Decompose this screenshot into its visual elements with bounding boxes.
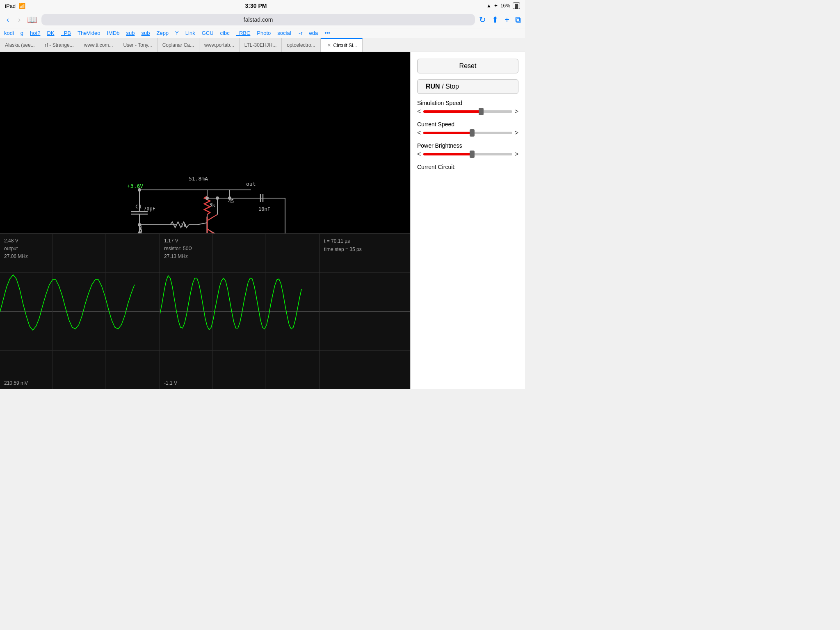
bookmark-social[interactable]: social — [277, 30, 291, 36]
circuit-area[interactable]: +3.6V 51.8mA out C1 70pF 3k — [0, 52, 410, 389]
current-speed-row: < > — [417, 129, 518, 137]
right-panel: Reset RUN / Stop Simulation Speed < > Cu… — [410, 52, 525, 389]
svg-point-48 — [205, 196, 209, 200]
sim-speed-decrease[interactable]: < — [417, 108, 421, 115]
sim-speed-label: Simulation Speed — [417, 100, 518, 106]
back-button[interactable]: ‹ — [4, 15, 11, 25]
scope-panel-3: t = 70.11 µs time step = 35 ps — [320, 234, 410, 389]
tab-portab[interactable]: www.portab... — [199, 38, 240, 52]
svg-text:out: out — [246, 181, 256, 187]
battery-icon: ▓ — [513, 2, 520, 9]
tab-close-icon[interactable]: ✕ — [327, 43, 331, 48]
url-text: falstad.com — [244, 16, 273, 23]
main-content: +3.6V 51.8mA out C1 70pF 3k — [0, 52, 525, 389]
scope-time-info: t = 70.11 µs time step = 35 ps — [324, 237, 362, 254]
current-speed-label: Current Speed — [417, 121, 518, 128]
power-brightness-fill — [423, 153, 472, 155]
svg-text:+3.6V: +3.6V — [127, 183, 143, 189]
power-brightness-label: Power Brightness — [417, 142, 518, 149]
power-brightness-section: Power Brightness < > — [417, 142, 518, 158]
tab-circuit[interactable]: ✕ Circuit Si... — [321, 38, 363, 52]
svg-text:C1: C1 — [135, 203, 142, 210]
add-tab-button[interactable]: + — [504, 15, 509, 25]
bookmark-pb[interactable]: _PB — [61, 30, 71, 36]
bookmark-thevideo[interactable]: TheVideo — [78, 30, 100, 36]
sim-speed-section: Simulation Speed < > — [417, 100, 518, 115]
device-label: iPad — [5, 3, 16, 9]
bookmark-g[interactable]: g — [21, 30, 23, 36]
power-brightness-decrease[interactable]: < — [417, 151, 421, 158]
bookmark-eda[interactable]: eda — [309, 30, 318, 36]
tab-ti[interactable]: www.ti.com... — [79, 38, 119, 52]
bookmark-link[interactable]: Link — [185, 30, 195, 36]
tab-user[interactable]: User - Tony... — [118, 38, 157, 52]
sim-speed-fill — [423, 110, 481, 113]
current-speed-fill — [423, 132, 472, 134]
current-speed-thumb[interactable] — [470, 129, 475, 137]
bookmark-y[interactable]: Y — [175, 30, 179, 36]
svg-text:70pF: 70pF — [144, 206, 155, 212]
bookmarks-icon[interactable]: 📖 — [27, 15, 37, 25]
bookmark-rbc[interactable]: _RBC — [236, 30, 251, 36]
status-time: 3:30 PM — [245, 2, 267, 9]
bookmark-more[interactable]: ••• — [324, 30, 330, 36]
bookmark-r[interactable]: ~r — [298, 30, 303, 36]
battery-label: 16% — [500, 3, 510, 9]
bookmark-photo[interactable]: Photo — [257, 30, 271, 36]
scope-label-2: 1.17 V resistor: 50Ω 27.13 MHz — [164, 237, 192, 261]
sim-speed-track[interactable] — [423, 110, 512, 113]
status-bar: iPad 📶 3:30 PM ▲ ✦ 16% ▓ — [0, 0, 525, 11]
tab-alaska[interactable]: Alaska (see... — [0, 38, 40, 52]
scope-bottom-2: -1.1 V — [164, 380, 177, 386]
bookmark-kodi[interactable]: kodi — [4, 30, 14, 36]
run-stop-button[interactable]: RUN / Stop — [417, 79, 518, 94]
status-left: iPad 📶 — [5, 3, 25, 9]
browser-bar: ‹ › 📖 falstad.com ↻ ⬆ + ⧉ — [0, 11, 525, 28]
bookmark-gcu[interactable]: GCU — [202, 30, 214, 36]
bookmarks-bar: kodi g hot? DK _PB TheVideo IMDb sub sub… — [0, 28, 525, 38]
power-brightness-row: < > — [417, 151, 518, 158]
bookmark-zepp[interactable]: Zepp — [156, 30, 169, 36]
current-speed-track[interactable] — [423, 132, 512, 134]
stop-label: / Stop — [442, 83, 459, 90]
scope-panel-1: 2.48 V output 27.06 MHz 210.59 mV — [0, 234, 160, 389]
tabs-bar: Alaska (see... rf - Strange... www.ti.co… — [0, 38, 525, 52]
bookmark-sub1[interactable]: sub — [126, 30, 135, 36]
status-right: ▲ ✦ 16% ▓ — [486, 2, 520, 9]
signal-icon: ▲ — [486, 3, 491, 9]
url-bar[interactable]: falstad.com — [41, 14, 475, 25]
tab-opto[interactable]: optoelectro... — [282, 38, 320, 52]
current-speed-decrease[interactable]: < — [417, 129, 421, 137]
bluetooth-icon: ✦ — [494, 3, 498, 9]
sim-speed-thumb[interactable] — [479, 108, 484, 115]
refresh-button[interactable]: ↻ — [479, 15, 486, 25]
tabs-button[interactable]: ⧉ — [515, 15, 521, 25]
bookmark-sub2[interactable]: sub — [142, 30, 150, 36]
scope-label-1: 2.48 V output 27.06 MHz — [4, 237, 28, 261]
share-button[interactable]: ⬆ — [492, 15, 499, 25]
sim-speed-increase[interactable]: > — [515, 108, 518, 115]
scope-area: 2.48 V output 27.06 MHz 210.59 mV — [0, 233, 410, 389]
bookmark-cibc[interactable]: cibc — [220, 30, 230, 36]
svg-text:10nF: 10nF — [258, 206, 270, 212]
current-speed-increase[interactable]: > — [515, 129, 518, 137]
bookmark-dk[interactable]: DK — [47, 30, 54, 36]
bookmark-imdb[interactable]: IMDb — [107, 30, 119, 36]
bookmark-hot[interactable]: hot? — [30, 30, 40, 36]
svg-text:51.8mA: 51.8mA — [189, 176, 208, 182]
tab-ltl[interactable]: LTL-30EHJH... — [240, 38, 282, 52]
tab-rf[interactable]: rf - Strange... — [40, 38, 79, 52]
current-speed-section: Current Speed < > — [417, 121, 518, 137]
power-brightness-thumb[interactable] — [470, 151, 475, 158]
reset-button[interactable]: Reset — [417, 59, 518, 73]
tab-coplanar[interactable]: Coplanar Ca... — [158, 38, 199, 52]
sim-speed-row: < > — [417, 108, 518, 115]
current-circuit-label: Current Circuit: — [417, 164, 518, 170]
scope-panel-3-bg — [320, 234, 410, 389]
power-brightness-track[interactable] — [423, 153, 512, 155]
forward-button[interactable]: › — [16, 15, 23, 25]
run-label: RUN — [426, 83, 440, 90]
scope-bottom-1: 210.59 mV — [4, 380, 28, 386]
power-brightness-increase[interactable]: > — [515, 151, 518, 158]
browser-actions: ↻ ⬆ + ⧉ — [479, 15, 521, 25]
